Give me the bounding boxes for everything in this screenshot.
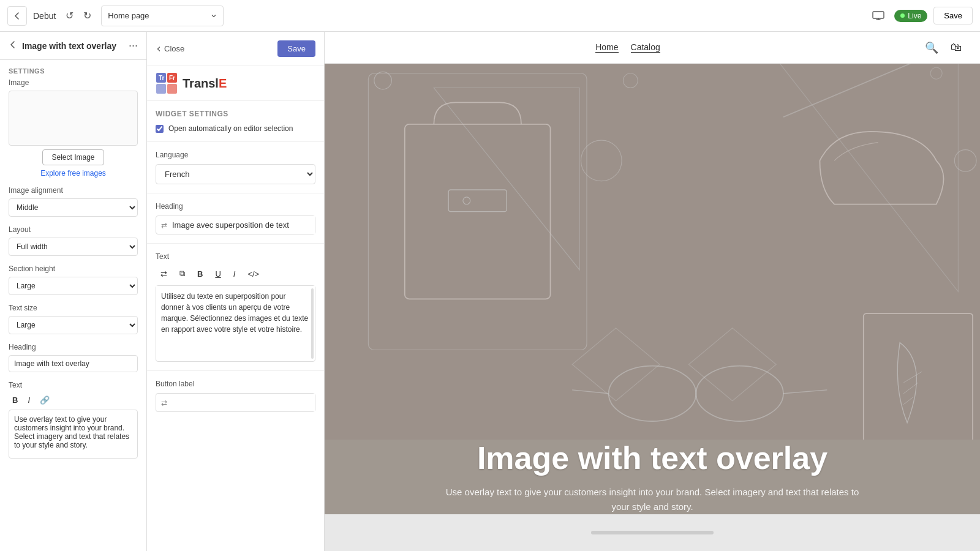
text-content[interactable]: Use overlay text to give your customers …: [9, 410, 138, 459]
heading-input[interactable]: [9, 355, 138, 372]
main-area: Image with text overlay ··· SETTINGS Ima…: [0, 32, 980, 551]
transl-bold-button[interactable]: B: [192, 266, 208, 282]
transl-header: Close Save: [147, 32, 324, 66]
transl-text-toolbar: ⇄ ⧉ B U I </>: [156, 266, 315, 282]
live-label: Live: [908, 12, 921, 20]
bold-button[interactable]: B: [9, 393, 21, 407]
language-field-group: Language FrenchSpanishGermanItalianPortu…: [147, 142, 324, 193]
image-field-group: Image Select Image Explore free images: [9, 78, 138, 178]
svg-rect-3: [156, 84, 166, 94]
search-icon[interactable]: 🔍: [925, 41, 938, 54]
text-toolbar: B I 🔗: [9, 393, 138, 407]
select-image-button[interactable]: Select Image: [42, 149, 104, 165]
transl-scrollbar[interactable]: [311, 288, 314, 359]
transl-close-button[interactable]: Close: [156, 44, 184, 53]
button-label-input[interactable]: [172, 394, 315, 411]
transl-translate-button[interactable]: ⇄: [156, 266, 172, 282]
undo-button[interactable]: ↺: [62, 7, 77, 24]
panel-header: Image with text overlay ···: [0, 32, 146, 60]
panel-menu-button[interactable]: ···: [129, 39, 138, 52]
transl-logo-text: TranslE: [183, 77, 227, 91]
layout-field-group: Layout Full widthHalf width: [9, 225, 138, 256]
preview-area: Home Catalog 🔍 🛍: [325, 32, 980, 551]
transl-close-label: Close: [164, 44, 184, 53]
transl-text-label: Text: [156, 252, 315, 261]
button-label-row: ⇄: [156, 393, 315, 412]
explore-link[interactable]: Explore free images: [9, 169, 138, 178]
topbar: Debut ↺ ↻ Home page Live Save: [0, 0, 980, 32]
transl-heading-label: Heading: [156, 202, 315, 211]
alignment-field-group: Image alignment MiddleLeftRight: [9, 186, 138, 217]
auto-open-checkbox[interactable]: [156, 125, 164, 133]
image-label: Image: [9, 78, 138, 87]
language-select[interactable]: FrenchSpanishGermanItalianPortuguese: [156, 164, 315, 184]
italic-button[interactable]: I: [24, 393, 34, 407]
topbar-right: Live Save: [869, 6, 973, 26]
layout-select[interactable]: Full widthHalf width: [9, 238, 138, 256]
svg-rect-7: [325, 64, 980, 440]
transl-heading-field-group: Heading ⇄: [147, 193, 324, 244]
page-selector[interactable]: Home page: [101, 6, 224, 26]
text-field-group: Text B I 🔗 Use overlay text to give your…: [9, 381, 138, 459]
language-label: Language: [156, 151, 315, 159]
svg-rect-0: [873, 12, 884, 18]
text-size-field-group: Text size LargeMediumSmall: [9, 304, 138, 334]
monitor-icon[interactable]: [869, 6, 888, 26]
text-label: Text: [9, 381, 138, 389]
live-badge: Live: [894, 10, 927, 22]
section-height-select[interactable]: LargeMediumSmall: [9, 277, 138, 295]
hero-subtitle: Use overlay text to give your customers …: [438, 485, 867, 514]
transl-code-button[interactable]: </>: [243, 266, 264, 282]
cart-icon[interactable]: 🛍: [951, 41, 962, 54]
transl-logo-icon: Tr Fr: [156, 72, 178, 94]
widget-settings-section: WIDGET SETTINGS Open automatically on ed…: [147, 101, 324, 142]
transl-text-textarea[interactable]: [156, 286, 315, 359]
transl-underline-button[interactable]: U: [210, 266, 225, 282]
preview-nav: Home Catalog 🔍 🛍: [325, 32, 980, 64]
link-button[interactable]: 🔗: [36, 393, 53, 407]
nav-home-link[interactable]: Home: [595, 42, 618, 53]
store-name: Debut: [33, 11, 56, 21]
hero-title: Image with text overlay: [438, 440, 867, 476]
widget-settings-title: WIDGET SETTINGS: [156, 110, 315, 118]
transl-heading-input[interactable]: [172, 216, 315, 234]
section-height-label: Section height: [9, 264, 138, 273]
hero-illustration: [325, 64, 980, 440]
transl-italic-button[interactable]: I: [228, 266, 241, 282]
transl-logo-e: E: [219, 77, 227, 90]
settings-panel: Image with text overlay ··· SETTINGS Ima…: [0, 32, 147, 551]
save-button[interactable]: Save: [933, 7, 973, 24]
redo-button[interactable]: ↻: [80, 7, 95, 24]
transl-panel: Close Save Tr Fr TranslE WIDGET SETTINGS…: [147, 32, 325, 551]
transl-copy-button[interactable]: ⧉: [175, 266, 190, 282]
section-height-field-group: Section height LargeMediumSmall: [9, 264, 138, 295]
undo-redo: ↺ ↻: [62, 7, 95, 24]
panel-back-button[interactable]: [9, 40, 17, 51]
alignment-label: Image alignment: [9, 186, 138, 195]
button-label-label: Button label: [156, 380, 315, 388]
page-name: Home page: [108, 11, 206, 20]
panel-title: Image with text overlay: [22, 41, 124, 51]
transl-save-button[interactable]: Save: [277, 40, 315, 57]
transl-text-field-group: Text ⇄ ⧉ B U I </>: [147, 244, 324, 371]
transl-heading-row: ⇄: [156, 216, 315, 234]
panel-body: Image Select Image Explore free images I…: [0, 78, 146, 551]
svg-text:Fr: Fr: [169, 75, 175, 81]
preview-bottom-bar: [591, 531, 714, 534]
transl-textarea-wrap: [156, 285, 315, 362]
svg-rect-4: [167, 84, 177, 94]
auto-open-label: Open automatically on editor selection: [168, 124, 293, 133]
settings-label: SETTINGS: [0, 60, 146, 78]
text-size-select[interactable]: LargeMediumSmall: [9, 316, 138, 334]
button-label-section: Button label ⇄: [147, 371, 324, 421]
back-button[interactable]: [7, 6, 27, 26]
nav-catalog-link[interactable]: Catalog: [631, 42, 660, 53]
heading-label: Heading: [9, 343, 138, 351]
svg-text:Tr: Tr: [159, 75, 165, 81]
layout-label: Layout: [9, 225, 138, 234]
auto-open-row: Open automatically on editor selection: [156, 124, 315, 133]
preview-hero: Image with text overlay Use overlay text…: [325, 64, 980, 514]
button-translate-icon: ⇄: [156, 394, 172, 411]
text-size-label: Text size: [9, 304, 138, 312]
alignment-select[interactable]: MiddleLeftRight: [9, 198, 138, 217]
